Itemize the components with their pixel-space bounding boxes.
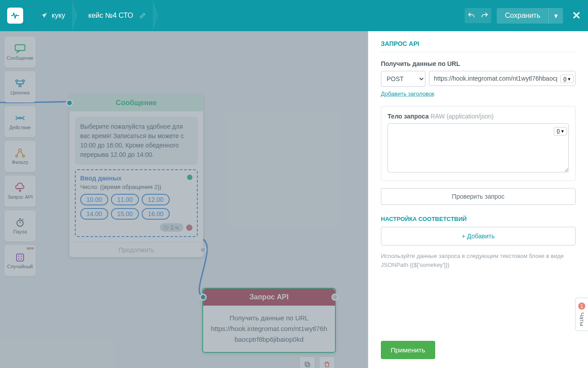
save-button[interactable]: Сохранить [497,8,548,23]
timeout-port[interactable] [186,225,192,231]
tool-label: Пауза [13,229,27,234]
variables-button[interactable]: {} ▾ [554,127,567,135]
redo-button[interactable] [478,8,491,23]
filter-icon [14,148,26,158]
block-icon [163,225,169,230]
svg-point-8 [16,155,17,157]
input-data-box[interactable]: Ввод данных Число: {{время обращения 2}}… [75,169,198,237]
http-method-select[interactable]: POST [381,71,425,87]
svg-point-7 [19,149,22,152]
node-body: Получить данные по URL https://hook.inte… [203,306,335,352]
node-port-in[interactable] [200,294,207,301]
trash-icon [323,361,331,368]
input-variable: Число: {{время обращения 2}} [80,184,192,190]
svg-point-15 [21,258,22,260]
dice-icon [14,252,26,262]
breadcrumb-label: кейс №4 СТО [88,12,133,20]
chip[interactable]: 16.00 [142,208,170,220]
test-request-button[interactable]: Проверить запрос [381,188,576,205]
continue-label: Продолжить [118,246,154,254]
tool-label: Сообщение [7,55,33,61]
node-api-request[interactable]: Запрос API Получить данные по URL https:… [202,288,336,353]
svg-point-12 [18,256,20,257]
undo-button[interactable] [465,8,478,23]
delete-button[interactable] [319,356,335,368]
tool-label: Действие [9,125,31,130]
chats-side-tab[interactable]: 1 Чаты [575,298,588,331]
svg-point-9 [22,155,24,157]
apply-button[interactable]: Применить [381,341,435,359]
telegram-icon [41,12,48,19]
timeout-row: 1 ч. [80,223,192,232]
breadcrumb: куку кейс №4 СТО [34,0,465,31]
duplicate-button[interactable] [299,356,315,368]
url-field-label: Получить данные по URL [381,60,576,67]
breadcrumb-item-parent[interactable]: куку [34,0,72,31]
undo-icon [467,12,475,20]
node-header: Запрос API [203,289,335,306]
node-title: Сообщение [116,99,157,106]
redo-icon [481,12,489,20]
node-message[interactable]: Сообщение Выберите пожалуйста удобное дл… [69,94,203,257]
flow-canvas[interactable]: Сообщение Выберите пожалуйста удобное дл… [0,31,368,368]
chain-icon [14,78,26,88]
copy-icon [304,361,311,368]
tool-label: Фильтр [12,159,29,165]
timeout-badge: 1 ч. [160,223,184,232]
header-actions: Сохранить ▾ ✕ [465,8,581,24]
chip[interactable]: 12.00 [142,194,170,205]
svg-rect-3 [15,45,25,50]
chip[interactable]: 10.00 [80,194,108,205]
tool-message[interactable]: Сообщение [4,37,36,68]
svg-point-4 [16,80,17,82]
variables-button[interactable]: {} ▾ [560,75,574,83]
request-body-box: Тело запроса RAW (application/json) {} ▾ [381,106,576,181]
api-subtitle: Получить данные по URL [210,313,328,323]
chip[interactable]: 11.00 [111,194,139,205]
node-actions [299,356,335,368]
body-hint: RAW (application/json) [430,113,494,120]
app-logo[interactable] [7,8,23,24]
svg-point-14 [18,258,20,260]
node-title: Запрос API [249,293,289,301]
add-mapping-button[interactable]: + Добавить [381,227,576,245]
request-body-textarea[interactable] [388,123,569,172]
action-icon [14,113,26,123]
save-dropdown-button[interactable]: ▾ [548,8,563,24]
node-port-out[interactable] [331,294,339,301]
tool-random[interactable]: NEW Случайный [4,245,36,276]
svg-point-13 [21,256,22,257]
panel-title: ЗАПРОС API [381,40,576,52]
node-port-out[interactable] [200,246,207,254]
tool-pause[interactable]: Пауза [4,210,36,241]
app-header: куку кейс №4 СТО Сохранить ▾ ✕ [0,0,588,31]
tool-api[interactable]: Запрос API [4,176,36,207]
svg-rect-1 [306,363,310,367]
chats-badge: 1 [578,303,585,310]
save-button-group: Сохранить ▾ [497,8,563,24]
add-header-link[interactable]: Добавить заголовок [381,90,576,97]
node-body: Выберите пожалуйста удобное для вас врем… [69,111,203,242]
tool-label: Цепочка [11,90,30,95]
tool-label: Случайный [7,264,33,269]
chip[interactable]: 14.00 [80,208,108,220]
continue-row[interactable]: Продолжить [69,242,203,257]
api-settings-panel: ЗАПРОС API Получить данные по URL POST {… [368,31,588,368]
body-label: Тело запроса RAW (application/json) [388,113,569,120]
textarea-wrap: {} ▾ [388,123,569,174]
edit-icon[interactable] [139,12,146,19]
tool-filter[interactable]: Фильтр [4,141,36,172]
breadcrumb-item-current[interactable]: кейс №4 СТО [81,0,153,31]
tool-action[interactable]: Действие [4,106,36,137]
cloud-icon [14,183,26,192]
svg-rect-11 [16,254,24,261]
timeout-value: 1 ч. [171,224,180,231]
tool-chain[interactable]: Цепочка [4,71,36,102]
mappings-section-label: НАСТРОЙКА СООТВЕТСТВИЙ [381,216,576,222]
node-port-in[interactable] [66,99,73,106]
url-input[interactable] [429,71,576,86]
node-header: Сообщение [69,94,203,111]
logo-pulse-icon [11,11,20,20]
chip[interactable]: 15.00 [111,208,139,220]
close-button[interactable]: ✕ [572,9,581,22]
